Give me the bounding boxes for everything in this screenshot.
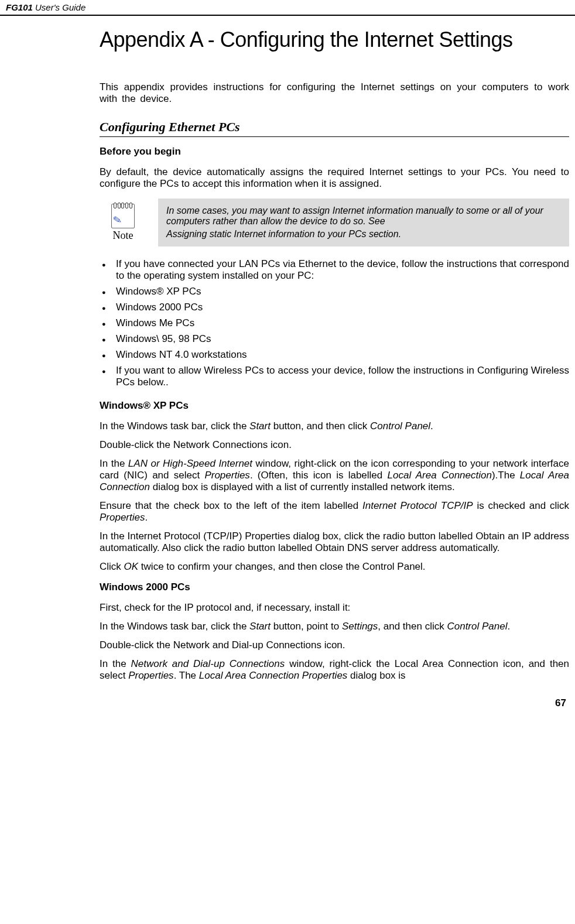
note-box: ✎ Note In some cases, you may want to as…: [100, 199, 569, 247]
winxp-p5: In the Internet Protocol (TCP/IP) Proper…: [100, 531, 569, 554]
win2000-p3: Double-click the Network and Dial-up Con…: [100, 639, 569, 651]
pencil-icon: ✎: [112, 213, 123, 227]
guide-label: User's Guide: [35, 2, 85, 12]
winxp-heading: Windows® XP PCs: [100, 400, 569, 412]
os-bullet-list: If you have connected your LAN PCs via E…: [100, 258, 569, 388]
note-icon-cell: ✎ Note: [100, 201, 141, 245]
note-label: Note: [113, 230, 134, 242]
winxp-p1: In the Windows task bar, click the Start…: [100, 420, 569, 432]
win2000-p2: In the Windows task bar, click the Start…: [100, 621, 569, 632]
list-item: If you have connected your LAN PCs via E…: [116, 258, 569, 282]
list-item: Windows NT 4.0 workstations: [116, 349, 569, 361]
list-item: Windows\ 95, 98 PCs: [116, 333, 569, 345]
note-notepad-icon: ✎: [111, 204, 135, 228]
before-you-begin-para: By default, the device automatically ass…: [100, 166, 569, 190]
win2000-heading: Windows 2000 PCs: [100, 581, 569, 593]
winxp-p6: Click OK twice to confirm your changes, …: [100, 561, 569, 573]
note-text: In some cases, you may want to assign In…: [158, 199, 569, 247]
note-text-2: Assigning static Internet information to…: [166, 229, 561, 239]
page-header: FG101 User's Guide: [0, 0, 575, 16]
intro-paragraph: This appendix provides instructions for …: [100, 81, 569, 105]
list-item: Windows Me PCs: [116, 317, 569, 329]
winxp-p3: In the LAN or High-Speed Internet window…: [100, 458, 569, 493]
list-item: If you want to allow Wireless PCs to acc…: [116, 365, 569, 388]
winxp-p4: Ensure that the check box to the left of…: [100, 500, 569, 523]
note-text-1: In some cases, you may want to assign In…: [166, 206, 561, 227]
section-heading-configuring: Configuring Ethernet PCs: [100, 119, 569, 137]
page-number: 67: [0, 689, 575, 715]
header-title: FG101 User's Guide: [6, 2, 85, 12]
win2000-p1: First, check for the IP protocol and, if…: [100, 602, 569, 614]
win2000-p4: In the Network and Dial-up Connections w…: [100, 658, 569, 682]
before-you-begin-heading: Before you begin: [100, 146, 569, 158]
winxp-p2: Double-click the Network Connections ico…: [100, 439, 569, 451]
main-content: Appendix A - Configuring the Internet Se…: [100, 28, 575, 682]
product-name: FG101: [6, 2, 33, 12]
list-item: Windows® XP PCs: [116, 286, 569, 297]
page-title: Appendix A - Configuring the Internet Se…: [100, 28, 569, 52]
list-item: Windows 2000 PCs: [116, 302, 569, 313]
